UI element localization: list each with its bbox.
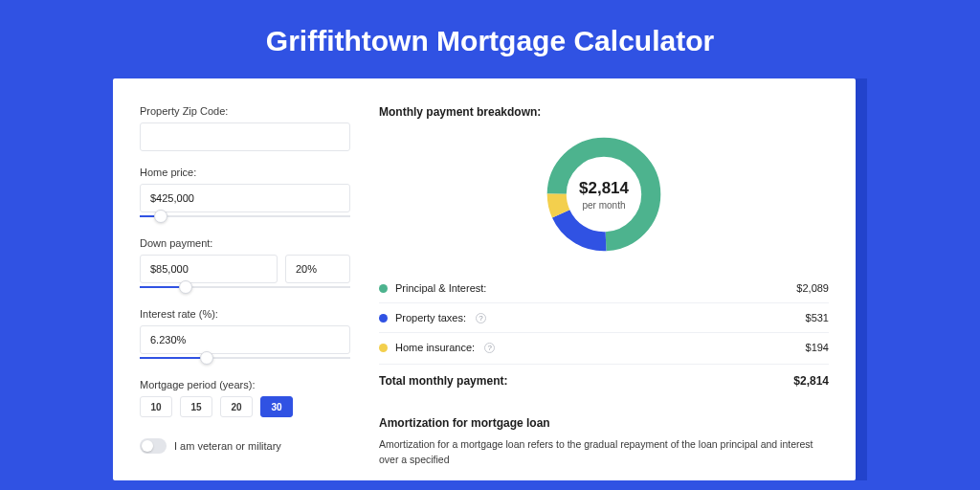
form-column: Property Zip Code: Home price: Down paym… [140, 105, 350, 480]
interest-rate-slider[interactable] [140, 352, 350, 364]
home-price-slider[interactable] [140, 211, 350, 222]
total-label: Total monthly payment: [379, 374, 507, 388]
period-option-30[interactable]: 30 [260, 396, 293, 417]
legend-dot-icon [379, 344, 388, 352]
breakdown-heading: Monthly payment breakdown: [379, 105, 829, 119]
period-option-20[interactable]: 20 [220, 396, 253, 417]
home-price-label: Home price: [140, 167, 350, 178]
info-icon[interactable]: ? [484, 343, 495, 353]
calculator-card: Property Zip Code: Home price: Down paym… [113, 78, 856, 480]
home-price-input[interactable] [140, 184, 350, 212]
mortgage-period-label: Mortgage period (years): [140, 379, 350, 390]
period-option-10[interactable]: 10 [140, 396, 172, 417]
page-title: Griffithtown Mortgage Calculator [0, 0, 980, 78]
interest-rate-label: Interest rate (%): [140, 308, 350, 320]
amortization-body: Amortization for a mortgage loan refers … [379, 437, 829, 468]
period-option-15[interactable]: 15 [180, 396, 212, 417]
breakdown-legend: Principal & Interest:$2,089Property taxe… [379, 274, 829, 362]
slider-thumb[interactable] [179, 280, 192, 294]
down-payment-label: Down payment: [140, 237, 350, 249]
legend-value: $194 [806, 342, 829, 353]
donut-sub-label: per month [582, 200, 625, 211]
legend-dot-icon [379, 314, 388, 323]
toggle-knob [142, 440, 153, 452]
slider-fill [140, 357, 207, 359]
legend-row: Principal & Interest:$2,089 [379, 274, 829, 303]
veteran-toggle[interactable] [140, 438, 167, 454]
amortization-heading: Amortization for mortgage loan [379, 416, 829, 430]
veteran-toggle-label: I am veteran or military [174, 440, 281, 452]
legend-value: $531 [806, 312, 829, 323]
total-value: $2,814 [793, 374, 829, 388]
payment-donut-chart: $2,814 per month [542, 132, 666, 256]
down-payment-amount-input[interactable] [140, 255, 278, 283]
card-shadow: Property Zip Code: Home price: Down paym… [113, 78, 867, 480]
summary-column: Monthly payment breakdown: $2,814 per mo… [379, 105, 829, 480]
zip-input[interactable] [140, 122, 350, 151]
legend-row: Home insurance:?$194 [379, 333, 829, 362]
legend-row: Property taxes:?$531 [379, 303, 829, 333]
interest-rate-input[interactable] [140, 325, 350, 354]
down-payment-slider[interactable] [140, 281, 350, 293]
legend-label: Principal & Interest: [395, 282, 486, 294]
slider-thumb[interactable] [154, 210, 167, 223]
slider-thumb[interactable] [200, 351, 213, 365]
donut-total-amount: $2,814 [579, 179, 629, 198]
mortgage-period-options: 10152030 [140, 396, 350, 417]
info-icon[interactable]: ? [476, 313, 486, 323]
legend-value: $2,089 [796, 282, 829, 294]
legend-label: Property taxes: [395, 312, 466, 323]
legend-dot-icon [379, 284, 388, 293]
zip-label: Property Zip Code: [140, 105, 350, 117]
down-payment-pct-input[interactable] [285, 255, 350, 283]
legend-label: Home insurance: [395, 342, 475, 353]
slider-track [140, 215, 350, 217]
